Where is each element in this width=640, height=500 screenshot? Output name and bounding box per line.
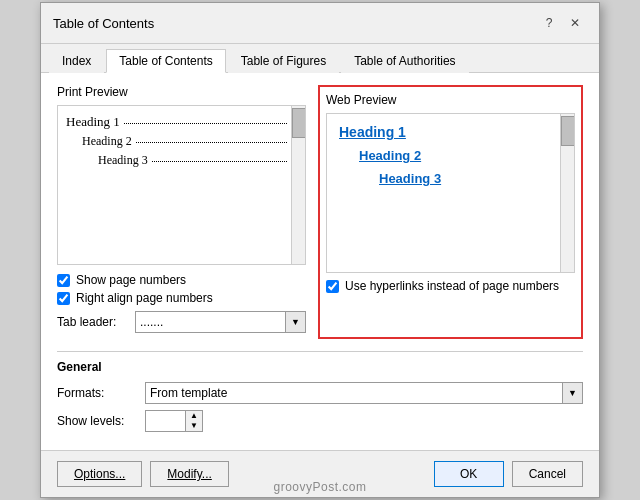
bottom-left-buttons: Options... Modify...	[57, 461, 229, 487]
preview-h1-text: Heading 1	[66, 114, 120, 130]
web-heading-3[interactable]: Heading 3	[379, 171, 562, 186]
show-levels-input[interactable]: 3	[145, 410, 185, 432]
section-divider	[57, 351, 583, 352]
show-page-numbers-checkbox[interactable]	[57, 274, 70, 287]
print-preview-scrollbar[interactable]	[291, 106, 305, 264]
formats-label: Formats:	[57, 386, 137, 400]
tab-leader-row: Tab leader: ....... ▼	[57, 311, 306, 333]
web-heading-1[interactable]: Heading 1	[339, 124, 562, 140]
use-hyperlinks-checkbox[interactable]	[326, 280, 339, 293]
tab-table-of-figures[interactable]: Table of Figures	[228, 49, 339, 73]
tab-bar: Index Table of Contents Table of Figures…	[41, 44, 599, 73]
preview-line-h1: Heading 1 1	[66, 114, 297, 130]
tab-leader-value: .......	[136, 315, 285, 329]
tab-table-of-authorities[interactable]: Table of Authorities	[341, 49, 468, 73]
tab-leader-dropdown[interactable]: ....... ▼	[135, 311, 306, 333]
show-levels-row: Show levels: 3 ▲ ▼	[57, 410, 583, 432]
web-preview-box: Heading 1 Heading 2 Heading 3	[326, 113, 575, 273]
formats-row: Formats: From template ▼	[57, 382, 583, 404]
formats-value: From template	[146, 386, 562, 400]
use-hyperlinks-row: Use hyperlinks instead of page numbers	[326, 279, 575, 293]
title-bar-buttons: ? ✕	[537, 11, 587, 35]
options-button[interactable]: Options...	[57, 461, 142, 487]
formats-arrow[interactable]: ▼	[562, 383, 582, 403]
preview-h3-text: Heading 3	[98, 153, 148, 168]
print-preview-box: Heading 1 1 Heading 2 3 Heading 3	[57, 105, 306, 265]
dialog-title: Table of Contents	[53, 16, 154, 31]
cancel-button[interactable]: Cancel	[512, 461, 583, 487]
web-preview-section: Web Preview Heading 1 Heading 2 Heading …	[318, 85, 583, 339]
right-align-row: Right align page numbers	[57, 291, 306, 305]
general-label: General	[57, 360, 583, 374]
ok-button[interactable]: OK	[434, 461, 504, 487]
modify-button[interactable]: Modify...	[150, 461, 228, 487]
show-levels-label: Show levels:	[57, 414, 137, 428]
watermark: groovyPost.com	[273, 480, 366, 494]
show-page-numbers-row: Show page numbers	[57, 273, 306, 287]
show-page-numbers-label: Show page numbers	[76, 273, 186, 287]
table-of-contents-dialog: Table of Contents ? ✕ Index Table of Con…	[40, 2, 600, 498]
right-align-checkbox[interactable]	[57, 292, 70, 305]
bottom-right-buttons: OK Cancel	[434, 461, 583, 487]
preview-line-h2: Heading 2 3	[66, 134, 297, 149]
print-preview-content: Heading 1 1 Heading 2 3 Heading 3	[58, 106, 305, 180]
use-hyperlinks-label: Use hyperlinks instead of page numbers	[345, 279, 559, 293]
web-preview-scrollbar[interactable]	[560, 114, 574, 272]
tab-index[interactable]: Index	[49, 49, 104, 73]
tab-leader-arrow[interactable]: ▼	[285, 312, 305, 332]
web-preview-label: Web Preview	[326, 93, 575, 107]
help-button[interactable]: ?	[537, 11, 561, 35]
spinner-down[interactable]: ▼	[186, 421, 202, 431]
spinner-up[interactable]: ▲	[186, 411, 202, 421]
scrollbar-thumb	[292, 108, 306, 138]
preview-line-h3: Heading 3 5	[66, 153, 297, 168]
print-preview-section: Print Preview Heading 1 1 Heading 2 3	[57, 85, 306, 339]
dialog-content: Print Preview Heading 1 1 Heading 2 3	[41, 73, 599, 450]
formats-dropdown[interactable]: From template ▼	[145, 382, 583, 404]
title-bar: Table of Contents ? ✕	[41, 3, 599, 44]
preview-dots-1	[124, 123, 287, 124]
right-align-label: Right align page numbers	[76, 291, 213, 305]
web-heading-2[interactable]: Heading 2	[359, 148, 562, 163]
two-column-layout: Print Preview Heading 1 1 Heading 2 3	[57, 85, 583, 339]
web-preview-content: Heading 1 Heading 2 Heading 3	[327, 114, 574, 196]
title-bar-left: Table of Contents	[53, 16, 154, 31]
show-levels-spinner: 3 ▲ ▼	[145, 410, 203, 432]
preview-dots-3	[152, 161, 287, 162]
spinner-buttons: ▲ ▼	[185, 410, 203, 432]
tab-table-of-contents[interactable]: Table of Contents	[106, 49, 225, 73]
web-scrollbar-thumb	[561, 116, 575, 146]
preview-dots-2	[136, 142, 287, 143]
preview-h2-text: Heading 2	[82, 134, 132, 149]
general-section: General Formats: From template ▼ Show le…	[57, 360, 583, 432]
close-button[interactable]: ✕	[563, 11, 587, 35]
tab-leader-label: Tab leader:	[57, 315, 127, 329]
print-preview-label: Print Preview	[57, 85, 306, 99]
